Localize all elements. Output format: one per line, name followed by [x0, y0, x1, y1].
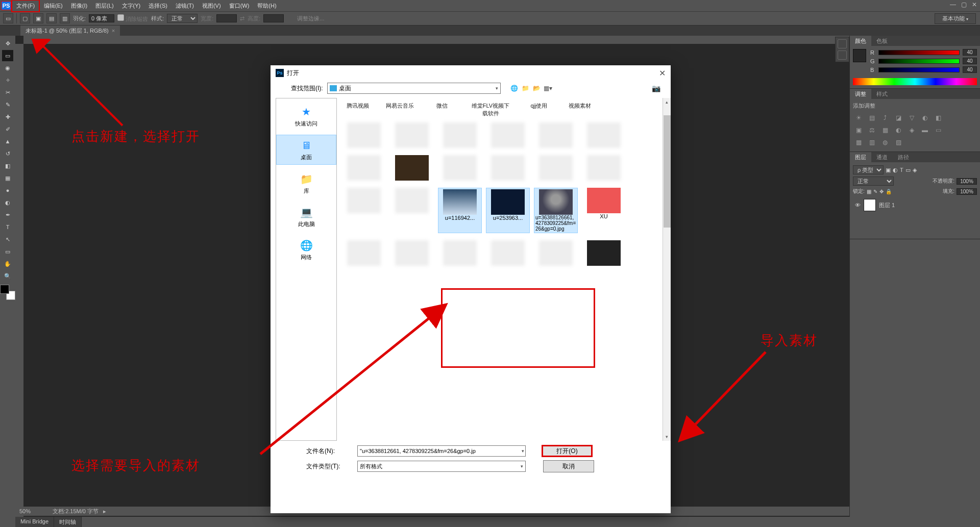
- curves-icon[interactable]: ⤴: [880, 114, 890, 122]
- folder-item[interactable]: qjj使用: [526, 102, 552, 117]
- sidebar-libraries[interactable]: 📁库: [276, 169, 336, 198]
- tab-layers[interactable]: 图层: [850, 152, 871, 162]
- levels-icon[interactable]: ▤: [867, 114, 876, 122]
- close-icon[interactable]: ✕: [972, 1, 977, 8]
- tab-color[interactable]: 颜色: [850, 36, 871, 46]
- file-thumb[interactable]: [390, 188, 434, 233]
- feather-input[interactable]: [89, 14, 114, 22]
- maximize-icon[interactable]: ▢: [961, 1, 967, 8]
- color-lookup-icon[interactable]: ▦: [880, 126, 890, 134]
- gradient-tool-icon[interactable]: ▦: [2, 172, 13, 184]
- selection-intersect-icon[interactable]: ▥: [60, 13, 70, 23]
- tab-styles[interactable]: 样式: [871, 89, 893, 99]
- r-slider[interactable]: [878, 50, 960, 55]
- marquee-tool-icon[interactable]: ▭: [2, 50, 13, 61]
- healing-tool-icon[interactable]: ✚: [2, 111, 13, 122]
- spectrum-bar[interactable]: [853, 78, 977, 85]
- layer-row[interactable]: 👁 图层 1: [853, 197, 977, 213]
- folder-item[interactable]: 腾讯视频: [345, 102, 371, 117]
- file-thumb[interactable]: [390, 240, 434, 266]
- file-thumb[interactable]: [390, 155, 434, 181]
- menu-help[interactable]: 帮助(H): [253, 1, 280, 11]
- file-thumb[interactable]: [438, 240, 482, 266]
- file-thumb[interactable]: [582, 240, 626, 266]
- hue-icon[interactable]: ◐: [920, 114, 929, 122]
- selection-add-icon[interactable]: ▣: [33, 13, 43, 23]
- tab-adjustments[interactable]: 调整: [850, 89, 871, 99]
- type-tool-icon[interactable]: T: [2, 221, 13, 233]
- file-thumb[interactable]: [438, 122, 482, 148]
- dock-icon-1[interactable]: [838, 39, 847, 48]
- menu-layer[interactable]: 图层(L): [91, 1, 117, 11]
- file-thumb-selected[interactable]: u=116942...: [438, 188, 482, 233]
- file-list[interactable]: 腾讯视频 网易云音乐 微信 维棠FLV视频下载软件 qjj使用 视频素材: [337, 98, 671, 441]
- filter-pixel-icon[interactable]: ▣: [886, 167, 891, 173]
- lock-trans-icon[interactable]: ▦: [867, 189, 871, 194]
- menu-window[interactable]: 窗口(W): [225, 1, 254, 11]
- channel-mixer-icon[interactable]: ⚖: [867, 126, 876, 134]
- file-thumb[interactable]: [342, 155, 386, 181]
- tool-preset-icon[interactable]: ▭: [3, 13, 13, 23]
- back-icon[interactable]: 🌐: [510, 84, 519, 93]
- zoom-tool-icon[interactable]: 🔍: [2, 270, 13, 282]
- g-slider[interactable]: [878, 59, 960, 64]
- menu-file[interactable]: 文件(F): [11, 0, 40, 12]
- file-thumb[interactable]: [534, 155, 578, 181]
- file-thumb[interactable]: [438, 155, 482, 181]
- style-select[interactable]: 正常: [167, 14, 198, 23]
- gradient-map-icon[interactable]: ▭: [934, 126, 943, 134]
- file-thumb-selected[interactable]: u=36388126661,4278309225&fm=26&gp=0.jpg: [534, 188, 578, 233]
- bw-icon[interactable]: ◧: [934, 114, 943, 122]
- minimize-icon[interactable]: —: [950, 1, 956, 8]
- filter-adj-icon[interactable]: ◐: [893, 167, 898, 173]
- tab-close-icon[interactable]: ×: [112, 28, 115, 34]
- layer-name[interactable]: 图层 1: [879, 202, 895, 209]
- tab-minibridge[interactable]: Mini Bridge: [15, 517, 54, 527]
- document-tab[interactable]: 未标题-1 @ 50% (图层 1, RGB/8) ×: [20, 26, 120, 36]
- up-icon[interactable]: 📁: [521, 84, 530, 93]
- lasso-tool-icon[interactable]: ◉: [2, 62, 13, 73]
- pen-tool-icon[interactable]: ✒: [2, 209, 13, 220]
- sidebar-quickaccess[interactable]: ★快速访问: [276, 102, 336, 131]
- menu-edit[interactable]: 编辑(E): [40, 1, 67, 11]
- lock-all-icon[interactable]: 🔒: [886, 189, 892, 194]
- blend-mode[interactable]: 正常: [853, 177, 894, 186]
- look-in-combo[interactable]: 桌面 ▾: [327, 83, 501, 94]
- menu-filter[interactable]: 滤镜(T): [172, 1, 198, 11]
- filename-input[interactable]: [357, 445, 526, 457]
- tab-channels[interactable]: 通道: [871, 152, 893, 162]
- file-thumb[interactable]: [486, 155, 530, 181]
- posterize-icon[interactable]: ◈: [907, 126, 916, 134]
- tab-timeline[interactable]: 时间轴: [54, 517, 82, 527]
- folder-item[interactable]: 维棠FLV视频下载软件: [470, 102, 511, 117]
- wand-tool-icon[interactable]: ✧: [2, 74, 13, 86]
- blur-tool-icon[interactable]: ●: [2, 185, 13, 196]
- tab-paths[interactable]: 路径: [893, 152, 914, 162]
- view-menu-icon[interactable]: ▦▾: [544, 84, 553, 93]
- dock-icon-2[interactable]: [838, 51, 847, 60]
- file-thumb[interactable]: XU: [582, 188, 626, 233]
- file-thumb[interactable]: [582, 155, 626, 181]
- menu-type[interactable]: 文字(Y): [118, 1, 145, 11]
- hand-tool-icon[interactable]: ✋: [2, 258, 13, 269]
- layer-thumbnail[interactable]: [864, 199, 876, 211]
- color-preview[interactable]: [853, 49, 866, 62]
- file-thumb[interactable]: [390, 122, 434, 148]
- history-brush-icon[interactable]: ↺: [2, 148, 13, 159]
- selection-new-icon[interactable]: ▢: [20, 13, 30, 23]
- b-slider[interactable]: [878, 67, 960, 72]
- lock-pixel-icon[interactable]: ✎: [873, 189, 877, 194]
- file-thumb[interactable]: [342, 122, 386, 148]
- adj3-icon[interactable]: ◍: [880, 138, 890, 146]
- file-thumb[interactable]: [534, 240, 578, 266]
- open-button[interactable]: 打开(O): [542, 445, 593, 457]
- move-tool-icon[interactable]: ✥: [2, 38, 13, 49]
- selective-color-icon[interactable]: ▦: [854, 138, 863, 146]
- menu-select[interactable]: 选择(S): [144, 1, 172, 11]
- brush-tool-icon[interactable]: ✐: [2, 123, 13, 135]
- file-list-scrollbar[interactable]: ▴ ▾: [663, 98, 671, 441]
- sidebar-thispc[interactable]: 💻此电脑: [276, 202, 336, 231]
- workspace-switcher[interactable]: 基本功能 ▾: [935, 13, 976, 24]
- file-thumb[interactable]: [534, 122, 578, 148]
- folder-item[interactable]: 视频素材: [567, 102, 593, 117]
